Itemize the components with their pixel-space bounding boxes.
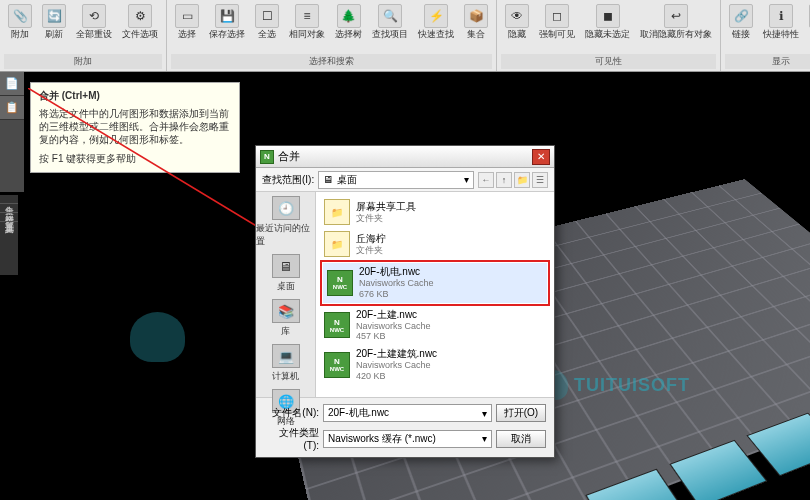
全部重设-icon: ⟲ bbox=[82, 4, 106, 28]
相同对象-icon: ≡ bbox=[295, 4, 319, 28]
ribbon-toolbar: 📎附加🔄刷新⟲全部重设⚙文件选项附加▭选择💾保存选择☐全选≡相同对象🌲选择树🔍查… bbox=[0, 0, 810, 72]
查找项目-icon: 🔍 bbox=[378, 4, 402, 28]
left-btn-2[interactable]: 📋 bbox=[0, 96, 24, 120]
集合-icon: 📦 bbox=[464, 4, 488, 28]
ribbon-btn-附加[interactable]: 📎附加 bbox=[4, 2, 36, 42]
place-icon: 📚 bbox=[272, 299, 300, 323]
快速查找-icon: ⚡ bbox=[424, 4, 448, 28]
place-icon: 💻 bbox=[272, 344, 300, 368]
file-item[interactable]: NNWC20F-土建建筑.nwcNavisworks Cache420 KB bbox=[320, 345, 550, 385]
places-库[interactable]: 📚库 bbox=[272, 299, 300, 338]
tooltip-help: 按 F1 键获得更多帮助 bbox=[39, 152, 231, 166]
watermark: TUITUISOFT bbox=[538, 370, 690, 400]
tooltip-body: 将选定文件中的几何图形和数据添加到当前的三维模型或二维图纸。合并操作会忽略重复的… bbox=[39, 107, 231, 146]
ribbon-group-label: 选择和搜索 bbox=[171, 54, 492, 69]
dialog-lookin-bar: 查找范围(I): 🖥桌面 ▾ ← ↑ 📁 ☰ bbox=[256, 168, 554, 192]
place-icon: 🖥 bbox=[272, 254, 300, 278]
nav-back-button[interactable]: ← bbox=[478, 172, 494, 188]
tooltip-title: 合并 (Ctrl+M) bbox=[39, 89, 231, 103]
ribbon-btn-全选[interactable]: ☐全选 bbox=[251, 2, 283, 42]
merge-button[interactable]: 📄 bbox=[0, 72, 24, 96]
附加-icon: 📎 bbox=[8, 4, 32, 28]
选择树-icon: 🌲 bbox=[337, 4, 361, 28]
lookin-dropdown[interactable]: 🖥桌面 ▾ bbox=[318, 171, 474, 189]
left-tab-测量工具[interactable]: 测量工具 bbox=[0, 213, 18, 222]
ribbon-btn-快捷特性[interactable]: ℹ快捷特性 bbox=[759, 2, 803, 42]
ribbon-btn-特性[interactable]: 📋特性 bbox=[805, 2, 810, 42]
navisworks-icon: N bbox=[260, 150, 274, 164]
left-panel-tabs: 集合选择树测量工具 bbox=[0, 195, 18, 275]
ribbon-btn-文件选项[interactable]: ⚙文件选项 bbox=[118, 2, 162, 42]
folder-icon: 📁 bbox=[324, 199, 350, 225]
ribbon-btn-刷新[interactable]: 🔄刷新 bbox=[38, 2, 70, 42]
nav-up-button[interactable]: ↑ bbox=[496, 172, 512, 188]
选择-icon: ▭ bbox=[175, 4, 199, 28]
left-tab-集合[interactable]: 集合 bbox=[0, 195, 18, 204]
ribbon-btn-选择[interactable]: ▭选择 bbox=[171, 2, 203, 42]
刷新-icon: 🔄 bbox=[42, 4, 66, 28]
nwc-icon: NNWC bbox=[327, 270, 353, 296]
left-toolbar: 📄 📋 bbox=[0, 72, 24, 192]
nwc-icon: NNWC bbox=[324, 352, 350, 378]
place-icon: 🕘 bbox=[272, 196, 300, 220]
链接-icon: 🔗 bbox=[729, 4, 753, 28]
file-item[interactable]: NNWC20F-机电.nwcNavisworks Cache676 KB bbox=[323, 263, 547, 303]
文件选项-icon: ⚙ bbox=[128, 4, 152, 28]
ribbon-btn-查找项目[interactable]: 🔍查找项目 bbox=[368, 2, 412, 42]
merge-file-dialog: N 合并 ✕ 查找范围(I): 🖥桌面 ▾ ← ↑ 📁 ☰ 🕘最近访问的位置🖥桌… bbox=[255, 145, 555, 458]
lookin-label: 查找范围(I): bbox=[262, 173, 314, 187]
ribbon-group-label: 附加 bbox=[4, 54, 162, 69]
取消隐藏所有对象-icon: ↩ bbox=[664, 4, 688, 28]
places-最近访问的位置[interactable]: 🕘最近访问的位置 bbox=[256, 196, 315, 248]
nav-view-button[interactable]: ☰ bbox=[532, 172, 548, 188]
file-item[interactable]: 📁屏幕共享工具文件夹 bbox=[320, 196, 550, 228]
保存选择-icon: 💾 bbox=[215, 4, 239, 28]
cancel-button[interactable]: 取消 bbox=[496, 430, 546, 448]
ribbon-btn-相同对象[interactable]: ≡相同对象 bbox=[285, 2, 329, 42]
ribbon-group-label: 显示 bbox=[725, 54, 810, 69]
全选-icon: ☐ bbox=[255, 4, 279, 28]
ribbon-btn-集合[interactable]: 📦集合 bbox=[460, 2, 492, 42]
ribbon-btn-隐藏未选定[interactable]: ◼隐藏未选定 bbox=[581, 2, 634, 42]
places-桌面[interactable]: 🖥桌面 bbox=[272, 254, 300, 293]
dialog-bottom-panel: 文件名(N): 20F-机电.nwc▾ 打开(O) 文件类型(T): Navis… bbox=[256, 397, 554, 457]
ribbon-btn-强制可见[interactable]: ◻强制可见 bbox=[535, 2, 579, 42]
隐藏未选定-icon: ◼ bbox=[596, 4, 620, 28]
watermark-logo bbox=[130, 312, 185, 362]
dialog-close-button[interactable]: ✕ bbox=[532, 149, 550, 165]
places-计算机[interactable]: 💻计算机 bbox=[272, 344, 300, 383]
强制可见-icon: ◻ bbox=[545, 4, 569, 28]
folder-icon: 📁 bbox=[324, 231, 350, 257]
file-item[interactable]: NNWC20F-土建.nwcNavisworks Cache457 KB bbox=[320, 306, 550, 346]
ribbon-btn-链接[interactable]: 🔗链接 bbox=[725, 2, 757, 42]
filename-input[interactable]: 20F-机电.nwc▾ bbox=[323, 404, 492, 422]
dialog-titlebar[interactable]: N 合并 ✕ bbox=[256, 146, 554, 168]
ribbon-btn-隐藏[interactable]: 👁隐藏 bbox=[501, 2, 533, 42]
dialog-file-list[interactable]: 📁屏幕共享工具文件夹📁丘海柠文件夹NNWC20F-机电.nwcNaviswork… bbox=[316, 192, 554, 397]
ribbon-btn-快速查找[interactable]: ⚡快速查找 bbox=[414, 2, 458, 42]
ribbon-btn-选择树[interactable]: 🌲选择树 bbox=[331, 2, 366, 42]
dialog-title: 合并 bbox=[278, 149, 532, 164]
快捷特性-icon: ℹ bbox=[769, 4, 793, 28]
ribbon-btn-取消隐藏所有对象[interactable]: ↩取消隐藏所有对象 bbox=[636, 2, 716, 42]
nav-newfolder-button[interactable]: 📁 bbox=[514, 172, 530, 188]
file-item[interactable]: 📁丘海柠文件夹 bbox=[320, 228, 550, 260]
ribbon-group-label: 可见性 bbox=[501, 54, 716, 69]
ribbon-btn-保存选择[interactable]: 💾保存选择 bbox=[205, 2, 249, 42]
nwc-icon: NNWC bbox=[324, 312, 350, 338]
dialog-places-sidebar: 🕘最近访问的位置🖥桌面📚库💻计算机🌐网络 bbox=[256, 192, 316, 397]
merge-tooltip: 合并 (Ctrl+M) 将选定文件中的几何图形和数据添加到当前的三维模型或二维图… bbox=[30, 82, 240, 173]
left-tab-选择树[interactable]: 选择树 bbox=[0, 204, 18, 213]
filetype-label: 文件类型(T): bbox=[264, 426, 319, 451]
ribbon-btn-全部重设[interactable]: ⟲全部重设 bbox=[72, 2, 116, 42]
open-button[interactable]: 打开(O) bbox=[496, 404, 546, 422]
filename-label: 文件名(N): bbox=[264, 406, 319, 420]
隐藏-icon: 👁 bbox=[505, 4, 529, 28]
filetype-dropdown[interactable]: Navisworks 缓存 (*.nwc)▾ bbox=[323, 430, 492, 448]
